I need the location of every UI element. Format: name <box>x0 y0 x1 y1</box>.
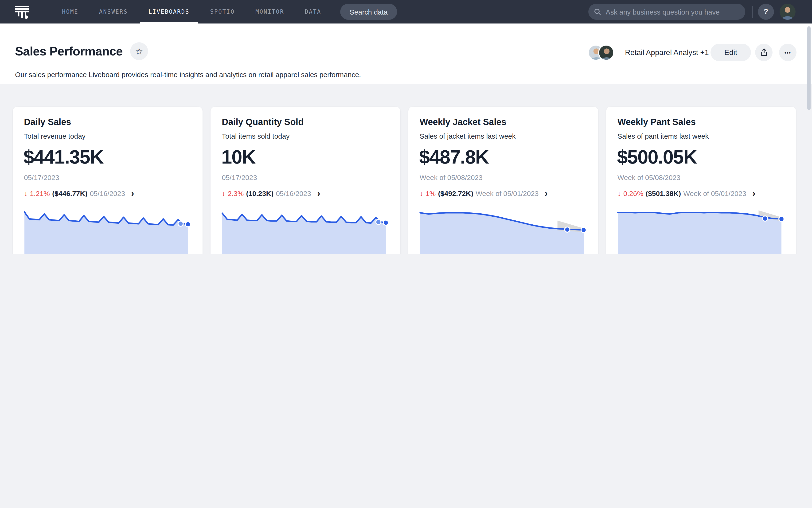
share-button[interactable] <box>755 44 773 61</box>
nav-item-answers[interactable]: ANSWERS <box>89 0 138 24</box>
user-avatar-image <box>779 4 796 20</box>
thoughtspot-logo-icon[interactable] <box>14 4 30 20</box>
previous-date: Week of 05/01/2023 <box>683 189 746 197</box>
kpi-card: Daily Sales Total revenue today $441.35K… <box>13 107 203 254</box>
ask-question-input[interactable] <box>605 7 740 16</box>
previous-value: ($446.77K) <box>52 189 87 197</box>
nav-item-liveboards[interactable]: LIVEBOARDS <box>138 0 200 24</box>
shared-avatars[interactable] <box>588 45 614 60</box>
search-icon <box>594 8 601 15</box>
kpi-date: Week of 05/08/2023 <box>617 173 680 181</box>
share-icon <box>760 48 768 57</box>
previous-value: ($492.72K) <box>438 189 473 197</box>
kpi-change-row: ↓ 2.3% (10.23K) 05/16/2023 › <box>222 189 320 197</box>
kpi-subtitle: Sales of pant items last week <box>617 132 709 140</box>
previous-date: Week of 05/01/2023 <box>476 189 539 197</box>
shared-with-label[interactable]: Retail Apparel Analyst +1 <box>625 44 709 61</box>
kpi-title: Weekly Jacket Sales <box>420 117 506 127</box>
ask-question-searchbox[interactable] <box>588 4 745 20</box>
liveboard-page: HOMEANSWERSLIVEBOARDSSPOTIQMONITORDATADE… <box>0 0 812 254</box>
change-percent: 1% <box>426 189 436 197</box>
kpi-subtitle: Sales of jacket items last week <box>420 132 516 140</box>
nav-item-home[interactable]: HOME <box>52 0 89 24</box>
kpi-title: Daily Quantity Sold <box>222 117 304 127</box>
vertical-scrollbar[interactable] <box>807 26 811 110</box>
kpi-date: Week of 05/08/2023 <box>420 173 482 181</box>
previous-value: (10.23K) <box>246 189 273 197</box>
kpi-change-row: ↓ 1.21% ($446.77K) 05/16/2023 › <box>24 189 134 197</box>
kpi-date: 05/17/2023 <box>222 173 257 181</box>
user-avatar[interactable] <box>779 4 796 20</box>
down-arrow-icon: ↓ <box>420 189 423 197</box>
help-button[interactable]: ? <box>758 4 774 20</box>
favorite-star-button[interactable]: ☆ <box>130 42 148 60</box>
kpi-value: $487.8K <box>419 146 489 168</box>
down-arrow-icon: ↓ <box>222 189 225 197</box>
kpi-title: Weekly Pant Sales <box>617 117 696 127</box>
nav-item-data[interactable]: DATA <box>294 0 332 24</box>
kpi-value: $441.35K <box>24 146 103 168</box>
top-nav-bar: HOMEANSWERSLIVEBOARDSSPOTIQMONITORDATADE… <box>0 0 812 24</box>
kpi-sparkline[interactable] <box>617 207 785 254</box>
kpi-sparkline[interactable] <box>221 207 390 254</box>
chevron-right-icon[interactable]: › <box>317 190 320 197</box>
kpi-value: $500.05K <box>617 146 697 168</box>
kpi-sparkline[interactable] <box>419 207 587 254</box>
down-arrow-icon: ↓ <box>24 189 28 197</box>
kpi-change-row: ↓ 0.26% ($501.38K) Week of 05/01/2023 › <box>617 189 755 197</box>
page-title: Sales Performance <box>15 44 123 59</box>
avatar <box>598 45 614 60</box>
kpi-subtitle: Total items sold today <box>222 132 290 140</box>
chevron-right-icon[interactable]: › <box>131 190 134 197</box>
page-subtitle: Our sales performance Liveboard provides… <box>15 71 361 79</box>
kpi-subtitle: Total revenue today <box>24 132 86 140</box>
more-options-button[interactable]: ••• <box>779 44 797 61</box>
kpi-date: 05/17/2023 <box>24 173 59 181</box>
change-percent: 0.26% <box>623 189 643 197</box>
liveboard-header: Sales Performance ☆ Our sales performanc… <box>0 24 812 84</box>
nav-menu: HOMEANSWERSLIVEBOARDSSPOTIQMONITORDATADE… <box>52 0 381 24</box>
down-arrow-icon: ↓ <box>617 189 621 197</box>
chevron-right-icon[interactable]: › <box>752 190 755 197</box>
previous-date: 05/16/2023 <box>90 189 125 197</box>
nav-item-monitor[interactable]: MONITOR <box>245 0 294 24</box>
kpi-change-row: ↓ 1% ($492.72K) Week of 05/01/2023 › <box>420 189 548 197</box>
kpi-value: 10K <box>221 146 255 168</box>
kpi-sparkline[interactable] <box>24 207 192 254</box>
kpi-card: Weekly Jacket Sales Sales of jacket item… <box>408 107 598 254</box>
change-percent: 1.21% <box>30 189 50 197</box>
nav-divider <box>752 6 753 18</box>
kpi-card: Weekly Pant Sales Sales of pant items la… <box>606 107 796 254</box>
nav-item-spotiq[interactable]: SPOTIQ <box>200 0 245 24</box>
kpi-card: Daily Quantity Sold Total items sold tod… <box>211 107 400 254</box>
previous-date: 05/16/2023 <box>276 189 311 197</box>
kpi-title: Daily Sales <box>24 117 71 127</box>
change-percent: 2.3% <box>228 189 244 197</box>
search-data-button[interactable]: Search data <box>340 4 397 20</box>
previous-value: ($501.38K) <box>646 189 681 197</box>
edit-button[interactable]: Edit <box>711 44 751 61</box>
chevron-right-icon[interactable]: › <box>545 190 548 197</box>
